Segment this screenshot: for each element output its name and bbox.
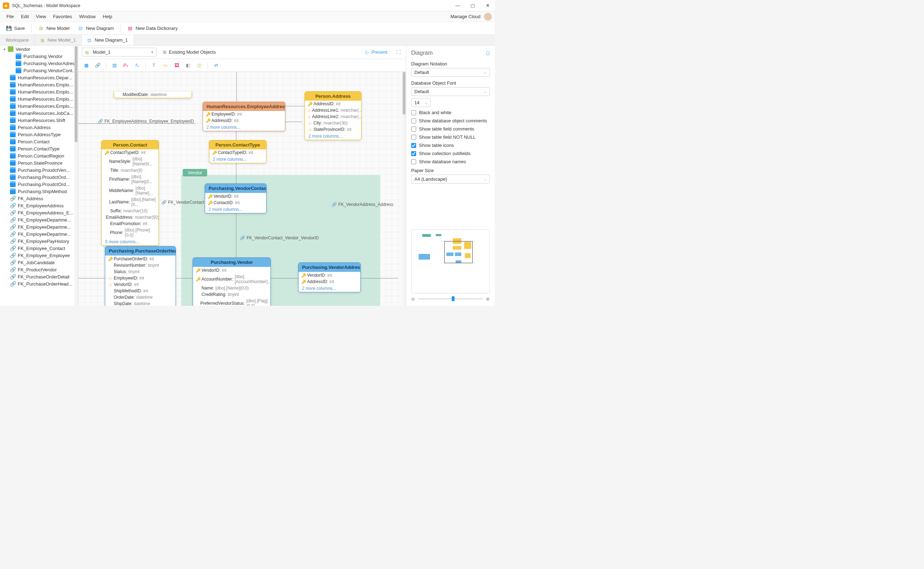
notation-select[interactable]: Default⌄ xyxy=(411,68,490,77)
paper-select[interactable]: A4 (Landscape)⌄ xyxy=(411,175,490,184)
more-columns[interactable]: 2 more columns... xyxy=(205,206,266,213)
check-subfields[interactable]: Show collection subfields xyxy=(411,151,490,156)
fx-tool-icon[interactable]: fₓ xyxy=(134,62,140,68)
tree-item[interactable]: Purchasing.ProudctVen... xyxy=(0,166,78,173)
tree-item-fk[interactable]: 🔗FK_Employee_Contact xyxy=(0,245,78,252)
present-button[interactable]: ▷ Present xyxy=(362,48,391,56)
shape-tool-icon[interactable]: ◧ xyxy=(185,62,191,68)
tree-item[interactable]: Purchasing.VendorCont... xyxy=(0,67,78,74)
tree-item-fk[interactable]: 🔗FK_PurchaseOrderHead... xyxy=(0,280,78,288)
manage-cloud-link[interactable]: Manage Cloud xyxy=(450,14,481,19)
tree-item[interactable]: Purchasing.Vendor xyxy=(0,53,78,60)
tree-item[interactable]: Person.Address xyxy=(0,124,78,131)
tab-new-model[interactable]: ⊞ New Model_1 xyxy=(35,35,82,45)
save-button[interactable]: 💾 Save xyxy=(3,24,28,33)
view-tool-icon[interactable]: ▥ xyxy=(111,62,118,68)
px-tool-icon[interactable]: Pₓ xyxy=(123,62,129,68)
entity-vendor-contact[interactable]: Purchasing.VendorContact 🔑VendorID: int🔑… xyxy=(205,184,267,213)
tree-item-fk[interactable]: 🔗FK_EmployeeDepartme... xyxy=(0,216,78,223)
table-tool-icon[interactable]: ▦ xyxy=(83,62,90,68)
zoom-slider[interactable]: ⊖ ⊕ xyxy=(411,296,490,301)
maximize-button[interactable]: ▢ xyxy=(469,3,477,8)
zoom-out-icon[interactable]: ⊖ xyxy=(411,296,415,301)
tree-item[interactable]: Person.StateProvince xyxy=(0,159,78,166)
more-columns[interactable]: 2 more columns... xyxy=(305,132,361,140)
new-data-dict-button[interactable]: ▤ New Data Dictionary xyxy=(124,24,181,33)
tree-item-fk[interactable]: 🔗FK_EmployeeAddress xyxy=(0,202,78,209)
tree-item[interactable]: HumanResources.JobCa... xyxy=(0,110,78,117)
menu-window[interactable]: Window xyxy=(76,12,99,21)
entity-vendor[interactable]: Purchasing.Vendor 🔑VendorID: int🔑Account… xyxy=(193,257,271,306)
tree-item-fk[interactable]: 🔗FK_PurchaseOrderDetail xyxy=(0,273,78,280)
tree-item[interactable]: HumanResources.Emplo... xyxy=(0,81,78,88)
menu-favorites[interactable]: Favorites xyxy=(49,12,75,21)
canvas-scrollbar[interactable] xyxy=(402,72,406,306)
check-dbnames[interactable]: Show database names xyxy=(411,159,490,164)
entity-employee-address[interactable]: HumanResources.EmployeeAddress 🔑Employee… xyxy=(203,102,285,131)
autolayout-icon[interactable]: ⇄ xyxy=(213,62,219,68)
tree-item[interactable]: Purchasing.VendorAdress xyxy=(0,60,78,67)
tree-item-fk[interactable]: 🔗FK_JobCandidate xyxy=(0,259,78,266)
tree-item[interactable]: Person.AddressType xyxy=(0,131,78,138)
tab-workspace[interactable]: Workspace xyxy=(0,35,35,45)
check-bw[interactable]: Black and white xyxy=(411,110,490,115)
tree-item[interactable]: HumanResources.Emplo... xyxy=(0,95,78,102)
minimap-viewport[interactable] xyxy=(444,241,473,263)
tree-root-vendor[interactable]: ▾ Vendor xyxy=(0,46,78,53)
new-model-button[interactable]: ⊞ New Model xyxy=(35,24,73,33)
model-selector[interactable]: ⊞ Model_1 ▾ xyxy=(82,48,156,56)
tree-item-fk[interactable]: 🔗FK_EmployeeAddress_E... xyxy=(0,209,78,216)
existing-objects-button[interactable]: ⊞ Existing Model Objects xyxy=(160,48,218,56)
more-columns[interactable]: 5 more columns... xyxy=(102,238,158,245)
tree-item[interactable]: HumanResources.Shift xyxy=(0,117,78,124)
relation-tool-icon[interactable]: 🔗 xyxy=(94,62,101,68)
check-field-comments[interactable]: Show table field comments xyxy=(411,126,490,132)
user-avatar[interactable] xyxy=(484,13,492,21)
entity-partial[interactable]: ModifiedDate: datetime xyxy=(114,91,192,98)
tree-item[interactable]: HumanResources.Depar... xyxy=(0,74,78,81)
image-tool-icon[interactable]: 🖼 xyxy=(173,62,180,68)
tree-item[interactable]: Person.ContactRegion xyxy=(0,152,78,159)
tree-item-fk[interactable]: 🔗FK_Employee_Employee xyxy=(0,252,78,259)
entity-contact-type[interactable]: Person.ContactType 🔑ContactTypeID: int 2… xyxy=(209,140,267,163)
layer-tool-icon[interactable]: ◫ xyxy=(196,62,203,68)
menu-view[interactable]: View xyxy=(32,12,49,21)
menu-file[interactable]: File xyxy=(3,12,17,21)
tree-item[interactable]: Person.Contact xyxy=(0,138,78,145)
tree-item[interactable]: Person.ContactType xyxy=(0,145,78,152)
check-icons[interactable]: Show table icons xyxy=(411,143,490,148)
minimize-button[interactable]: — xyxy=(454,3,462,8)
tab-new-diagram[interactable]: ⊡ New Diagram_1 xyxy=(82,35,134,45)
font-size-select[interactable]: 14⌄ xyxy=(411,98,431,107)
tree-item-fk[interactable]: 🔗FK_EmployeeDepartme... xyxy=(0,230,78,237)
menu-help[interactable]: Help xyxy=(99,12,116,21)
note-tool-icon[interactable]: ▭ xyxy=(162,62,168,68)
check-obj-comments[interactable]: Show database object comments xyxy=(411,118,490,123)
minimap[interactable] xyxy=(411,230,490,294)
new-diagram-button[interactable]: ⊡ New Diagram xyxy=(74,24,117,33)
entity-vendor-address[interactable]: Purchasing.VendorAddress 🔑VendorID: int🔑… xyxy=(298,262,361,292)
more-columns[interactable]: 2 more columns... xyxy=(203,124,285,131)
sidebar-scrollbar[interactable] xyxy=(74,46,78,306)
tree-item-fk[interactable]: 🔗FK_EmployeeDepartme... xyxy=(0,223,78,230)
text-tool-icon[interactable]: T xyxy=(151,62,157,68)
tree-item[interactable]: HumanResources.Emplo... xyxy=(0,88,78,95)
entity-person-address[interactable]: Person.Address 🔑AddressID: int◇AddressLi… xyxy=(305,91,361,140)
tree-item[interactable]: Purchasing.ProudctOrd... xyxy=(0,181,78,188)
entity-purchase-order-header[interactable]: Purchasing.PurchaseOrderHeader 🔑Purchase… xyxy=(105,246,176,306)
font-select[interactable]: Default⌄ xyxy=(411,87,490,96)
diagram-canvas[interactable]: Vendor ModifiedDate: datetime HumanResou… xyxy=(78,72,406,306)
object-tree-sidebar[interactable]: ▾ Vendor Purchasing.VendorPurchasing.Ven… xyxy=(0,46,78,306)
tree-item[interactable]: Purchasing.ProudctOrd... xyxy=(0,173,78,181)
check-notnull[interactable]: Show table field NOT NULL xyxy=(411,134,490,140)
menu-edit[interactable]: Edit xyxy=(17,12,32,21)
tree-item-fk[interactable]: 🔗FK_Address xyxy=(0,195,78,202)
more-columns[interactable]: 2 more columns... xyxy=(299,285,360,292)
more-columns[interactable]: 2 more columns... xyxy=(209,156,266,163)
zoom-in-icon[interactable]: ⊕ xyxy=(486,296,490,301)
tree-item-fk[interactable]: 🔗FK_ProductVendor xyxy=(0,266,78,273)
entity-person-contact[interactable]: Person.Contact 🔑ContactTypeID: int NameS… xyxy=(101,140,159,246)
fullscreen-button[interactable]: ⛶ xyxy=(394,49,402,56)
tree-item[interactable]: HumanResources.Emplo... xyxy=(0,102,78,110)
tree-item-fk[interactable]: 🔗FK_EmployeePayHistory xyxy=(0,237,78,245)
